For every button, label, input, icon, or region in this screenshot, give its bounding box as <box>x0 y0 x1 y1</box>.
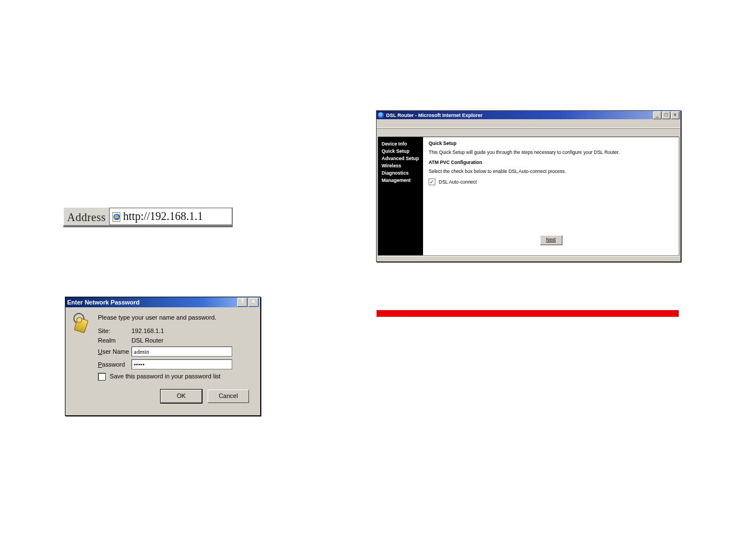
address-label: Address <box>64 208 109 225</box>
dsl-autoconnect-label: DSL Auto-connect <box>439 179 477 185</box>
password-dialog: Enter Network Password ? × Please type y… <box>65 297 261 416</box>
next-button[interactable]: Next <box>540 235 562 245</box>
router-window: DSL Router - Microsoft Internet Explorer… <box>376 110 681 262</box>
window-close-button[interactable]: × <box>671 111 679 119</box>
window-menubar <box>377 119 680 128</box>
username-input[interactable] <box>132 346 232 357</box>
username-label: User Name <box>98 348 132 355</box>
password-label: Password <box>98 361 132 368</box>
sidebar-item-wireless[interactable]: Wireless <box>382 162 420 170</box>
window-titlebar[interactable]: DSL Router - Microsoft Internet Explorer… <box>377 111 680 119</box>
keys-icon <box>70 312 89 334</box>
dsl-autoconnect-checkbox[interactable]: ✓ <box>429 179 435 185</box>
dialog-title: Enter Network Password <box>67 299 140 306</box>
window-toolbar <box>377 128 680 137</box>
window-body: Device Info Quick Setup Advanced Setup W… <box>378 137 679 256</box>
address-url: http://192.168.1.1 <box>123 210 203 223</box>
address-field[interactable]: http://192.168.1.1 <box>109 208 232 225</box>
sidebar-item-diagnostics[interactable]: Diagnostics <box>382 170 420 177</box>
sidebar-item-advanced-setup[interactable]: Advanced Setup <box>382 155 420 162</box>
dialog-titlebar[interactable]: Enter Network Password ? × <box>65 297 260 307</box>
content-intro: This Quick Setup will guide you through … <box>429 149 673 155</box>
cancel-button[interactable]: Cancel <box>208 390 249 403</box>
site-value: 192.168.1.1 <box>132 327 164 334</box>
ie-page-icon <box>112 212 121 221</box>
content-pane: Quick Setup This Quick Setup will guide … <box>423 137 679 255</box>
content-heading: Quick Setup <box>429 140 673 146</box>
save-password-checkbox[interactable] <box>98 373 106 381</box>
save-password-row[interactable]: Save this password in your password list <box>98 373 255 381</box>
dialog-prompt: Please type your user name and password. <box>98 314 255 321</box>
dialog-help-button[interactable]: ? <box>237 298 247 307</box>
address-bar: Address http://192.168.1.1 <box>63 207 233 226</box>
window-statusbar <box>378 256 679 260</box>
save-password-label: Save this password in your password list <box>110 373 220 380</box>
sidebar-item-device-info[interactable]: Device Info <box>382 140 420 148</box>
window-minimize-button[interactable]: _ <box>653 111 661 119</box>
ie-icon <box>378 112 384 118</box>
sidebar: Device Info Quick Setup Advanced Setup W… <box>378 137 423 255</box>
sidebar-item-quick-setup[interactable]: Quick Setup <box>382 148 420 155</box>
window-maximize-button[interactable]: □ <box>662 111 670 119</box>
site-label: Site: <box>98 327 132 334</box>
window-title: DSL Router - Microsoft Internet Explorer <box>386 113 651 118</box>
red-highlight-bar <box>377 310 679 317</box>
sidebar-item-management[interactable]: Management <box>382 177 420 184</box>
realm-label: Realm <box>98 337 132 344</box>
dialog-close-button[interactable]: × <box>248 298 259 307</box>
password-input[interactable] <box>132 359 232 369</box>
ok-button[interactable]: OK <box>161 390 202 403</box>
realm-value: DSL Router <box>132 337 163 344</box>
content-instruction: Select the check box below to enable DSL… <box>429 168 673 174</box>
content-section: ATM PVC Configuration <box>429 160 673 165</box>
